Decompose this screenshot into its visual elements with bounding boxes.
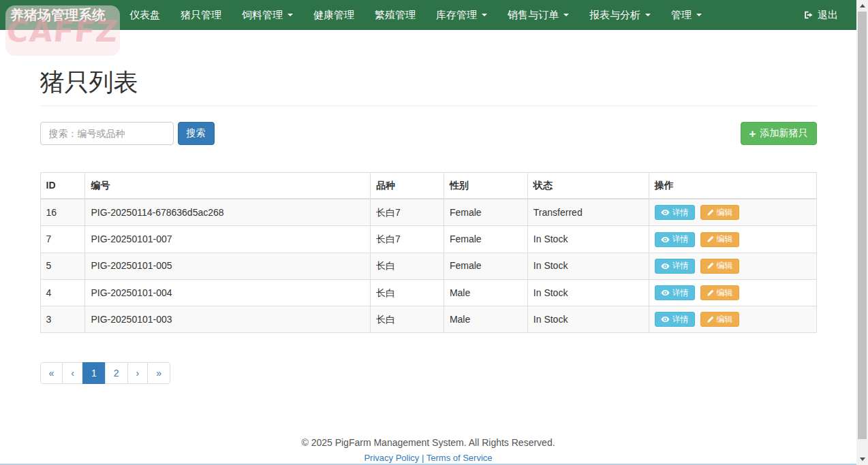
detail-button[interactable]: 详情 bbox=[655, 285, 695, 300]
pencil-icon bbox=[707, 209, 714, 217]
scrollbar-down-arrow[interactable] bbox=[856, 453, 868, 465]
table-row: 3 PIG-20250101-003 长白 Male In Stock 详情 编… bbox=[40, 306, 816, 333]
logout-button[interactable]: 退出 bbox=[795, 0, 846, 30]
search-input[interactable] bbox=[40, 122, 174, 145]
plus-icon: + bbox=[749, 128, 756, 140]
pencil-icon bbox=[707, 236, 714, 243]
cell-id: 16 bbox=[40, 199, 85, 226]
cell-code: PIG-20250114-678636d5ac268 bbox=[85, 199, 371, 226]
footer: © 2025 PigFarm Management System. All Ri… bbox=[0, 437, 856, 463]
scrollbar-thumb[interactable] bbox=[858, 12, 867, 439]
table-row: 16 PIG-20250114-678636d5ac268 长白7 Female… bbox=[40, 199, 816, 226]
header-id: ID bbox=[40, 173, 85, 199]
pagination-prev[interactable]: ‹ bbox=[62, 362, 83, 384]
cell-status: In Stock bbox=[527, 306, 649, 333]
logout-label: 退出 bbox=[818, 9, 838, 22]
cell-breed: 长白 bbox=[371, 306, 444, 333]
content-container: 猪只列表 搜索 + 添加新猪只 ID 编号 品种 性别 状态 bbox=[40, 69, 817, 384]
nav-item-breeding-management[interactable]: 繁殖管理 bbox=[365, 0, 426, 30]
nav-item-label: 仪表盘 bbox=[129, 9, 160, 22]
cell-status: In Stock bbox=[527, 253, 649, 279]
terms-of-service-link[interactable]: Terms of Service bbox=[427, 453, 493, 463]
nav-item-feed-management[interactable]: 饲料管理 bbox=[232, 0, 303, 30]
cell-code: PIG-20250101-005 bbox=[85, 253, 371, 279]
edit-button[interactable]: 编辑 bbox=[700, 205, 739, 220]
detail-button-label: 详情 bbox=[672, 207, 689, 219]
nav-item-dashboard[interactable]: 仪表盘 bbox=[119, 0, 170, 30]
edit-button[interactable]: 编辑 bbox=[700, 285, 739, 300]
cell-actions: 详情 编辑 bbox=[649, 253, 816, 279]
detail-button[interactable]: 详情 bbox=[655, 312, 695, 327]
scrollbar[interactable] bbox=[856, 0, 868, 465]
footer-links: Privacy Policy | Terms of Service bbox=[0, 453, 856, 463]
navbar: 养猪场管理系统 仪表盘 猪只管理 饲料管理 健康管理 繁殖管理 库存管理 bbox=[0, 0, 856, 30]
pagination-next[interactable]: › bbox=[127, 362, 149, 384]
eye-icon bbox=[661, 289, 670, 296]
edit-button[interactable]: 编辑 bbox=[700, 259, 739, 274]
triangle-up-icon bbox=[860, 4, 865, 7]
pagination-first[interactable]: « bbox=[40, 362, 63, 384]
cell-id: 3 bbox=[40, 306, 85, 333]
cell-code: PIG-20250101-003 bbox=[85, 306, 371, 333]
pagination-page-2[interactable]: 2 bbox=[105, 362, 128, 384]
pencil-icon bbox=[707, 289, 714, 297]
cell-actions: 详情 编辑 bbox=[649, 199, 816, 226]
nav-item-pig-management[interactable]: 猪只管理 bbox=[170, 0, 232, 30]
privacy-policy-link[interactable]: Privacy Policy bbox=[364, 453, 419, 463]
scrollbar-up-arrow[interactable] bbox=[856, 0, 868, 12]
nav-item-label: 库存管理 bbox=[436, 9, 477, 22]
cell-breed: 长白 bbox=[371, 253, 444, 279]
nav-menu: 仪表盘 猪只管理 饲料管理 健康管理 繁殖管理 库存管理 销售与订单 bbox=[119, 0, 712, 30]
cell-gender: Male bbox=[444, 279, 527, 306]
edit-button-label: 编辑 bbox=[717, 314, 733, 325]
chevron-down-icon bbox=[563, 14, 569, 16]
triangle-down-icon bbox=[860, 458, 865, 461]
detail-button-label: 详情 bbox=[672, 314, 689, 325]
cell-breed: 长白 bbox=[371, 279, 444, 306]
add-pig-button[interactable]: + 添加新猪只 bbox=[741, 122, 817, 145]
nav-item-inventory-management[interactable]: 库存管理 bbox=[426, 0, 497, 30]
search-button[interactable]: 搜索 bbox=[178, 122, 215, 145]
eye-icon bbox=[661, 209, 670, 216]
nav-item-label: 健康管理 bbox=[313, 9, 354, 22]
cell-actions: 详情 编辑 bbox=[649, 279, 816, 306]
nav-item-label: 繁殖管理 bbox=[375, 9, 416, 22]
header-actions: 操作 bbox=[649, 173, 816, 199]
pagination-last[interactable]: » bbox=[147, 362, 170, 384]
cell-gender: Male bbox=[444, 306, 527, 333]
nav-item-label: 报表与分析 bbox=[589, 9, 640, 22]
detail-button[interactable]: 详情 bbox=[655, 205, 695, 220]
nav-item-admin[interactable]: 管理 bbox=[661, 0, 712, 30]
table-header-row: ID 编号 品种 性别 状态 操作 bbox=[40, 173, 816, 199]
cell-breed: 长白7 bbox=[371, 199, 444, 226]
cell-gender: Female bbox=[444, 226, 527, 253]
edit-button[interactable]: 编辑 bbox=[700, 232, 739, 247]
header-code: 编号 bbox=[85, 173, 371, 199]
nav-item-label: 饲料管理 bbox=[242, 9, 283, 22]
edit-button-label: 编辑 bbox=[717, 234, 733, 245]
edit-button[interactable]: 编辑 bbox=[700, 312, 739, 327]
cell-actions: 详情 编辑 bbox=[649, 226, 816, 253]
cell-code: PIG-20250101-007 bbox=[85, 226, 371, 253]
brand-title[interactable]: 养猪场管理系统 bbox=[10, 6, 106, 25]
page-title: 猪只列表 bbox=[40, 69, 817, 96]
pagination-page-1[interactable]: 1 bbox=[82, 362, 106, 384]
toolbar: 搜索 + 添加新猪只 bbox=[40, 122, 817, 145]
edit-button-label: 编辑 bbox=[717, 260, 733, 272]
chevron-down-icon bbox=[696, 14, 702, 16]
chevron-down-icon bbox=[288, 14, 293, 16]
nav-item-sales-orders[interactable]: 销售与订单 bbox=[497, 0, 579, 30]
eye-icon bbox=[661, 236, 670, 243]
nav-item-reports-analytics[interactable]: 报表与分析 bbox=[579, 0, 661, 30]
copyright-text: © 2025 PigFarm Management System. All Ri… bbox=[0, 437, 856, 448]
detail-button[interactable]: 详情 bbox=[655, 232, 695, 247]
cell-id: 7 bbox=[40, 226, 85, 253]
detail-button-label: 详情 bbox=[672, 260, 689, 272]
pencil-icon bbox=[707, 262, 714, 270]
nav-item-health-management[interactable]: 健康管理 bbox=[303, 0, 365, 30]
title-divider bbox=[40, 106, 817, 106]
pagination: « ‹ 1 2 › » bbox=[40, 362, 171, 384]
chevron-down-icon bbox=[645, 14, 651, 16]
detail-button[interactable]: 详情 bbox=[655, 259, 695, 274]
footer-links-separator: | bbox=[422, 453, 424, 463]
